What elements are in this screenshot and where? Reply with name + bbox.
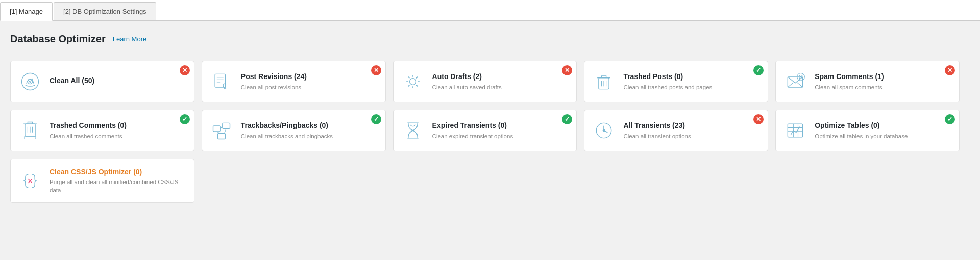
svg-point-1 [28,79,32,84]
card-auto-drafts-title: Auto Drafts (2) [432,72,570,81]
svg-line-14 [797,83,803,87]
card-auto-drafts-desc: Clean all auto saved drafts [432,83,570,91]
clean-all-icon [18,69,42,94]
card-expired-transients[interactable]: Expired Transients (0) Clean expired tra… [393,110,577,151]
card-all-transients-body: All Transients (23) Clean all transient … [623,121,761,140]
card-post-revisions-body: Post Revisions (24) Clean all post revis… [241,72,378,91]
card-expired-transients-title: Expired Transients (0) [432,121,570,130]
optimize-tables-icon [783,118,807,143]
empty-placeholder-3 [584,159,768,203]
card-trashed-comments-body: Trashed Comments (0) Clean all trashed c… [50,121,187,140]
card-spam-comments-title: Spam Comments (1) [815,72,952,81]
svg-rect-27 [217,134,225,139]
card-trashed-comments-desc: Clean all trashed comments [50,132,187,140]
card-trackbacks-body: Trackbacks/Pingbacks (0) Clean all track… [241,121,378,140]
card-expired-transients-status: ✓ [562,114,572,124]
empty-placeholder-1 [202,159,386,203]
card-trashed-posts-title: Trashed Posts (0) [623,72,761,81]
auto-drafts-icon [401,69,425,94]
empty-placeholder-2 [393,159,577,203]
card-post-revisions-status: ✕ [371,65,381,75]
card-trashed-posts-status: ✓ [753,65,764,75]
card-clean-all-body: Clean All (50) [50,76,187,87]
svg-line-13 [788,83,794,87]
card-spam-comments-body: Spam Comments (1) Clean all spam comment… [815,72,952,91]
card-optimize-tables-title: Optimize Tables (0) [815,121,952,130]
card-optimize-tables[interactable]: Optimize Tables (0) Optimize all tables … [775,110,960,151]
card-post-revisions-title: Post Revisions (24) [241,72,378,81]
tab-db-settings[interactable]: [2] DB Optimization Settings [54,2,156,20]
row-3: Clean CSS/JS Optimizer (0) Purge all and… [10,159,960,203]
card-trackbacks-status: ✓ [371,114,381,124]
main-content: Database Optimizer Learn More Clean All … [0,21,970,222]
page-title: Database Optimizer [10,33,106,45]
card-clean-all-title: Clean All (50) [50,76,187,85]
empty-placeholder-4 [775,159,960,203]
card-trackbacks-title: Trackbacks/Pingbacks (0) [241,121,378,130]
card-trashed-posts-desc: Clean all trashed posts and pages [623,83,761,91]
row-1: Clean All (50) ✕ Post Revisi [10,61,960,102]
page-header: Database Optimizer Learn More [10,33,960,50]
clean-css-js-icon [18,169,42,193]
card-all-transients-title: All Transients (23) [623,121,761,130]
svg-point-0 [22,73,39,90]
card-trashed-comments-title: Trashed Comments (0) [50,121,187,130]
tab-manage[interactable]: [1] Manage [0,2,53,21]
card-spam-comments[interactable]: Spam Comments (1) Clean all spam comment… [775,61,960,102]
svg-rect-2 [215,74,225,87]
card-trashed-comments-status: ✓ [180,114,190,124]
svg-point-6 [409,79,416,85]
card-spam-comments-desc: Clean all spam comments [815,83,952,91]
card-post-revisions-desc: Clean all post revisions [241,83,378,91]
svg-rect-36 [788,124,803,137]
trackbacks-icon [209,118,234,143]
card-trackbacks-desc: Clean all trackbacks and pingbacks [241,132,378,140]
trashed-comments-icon [18,118,42,143]
card-all-transients-status: ✕ [753,114,764,124]
row-2: Trashed Comments (0) Clean all trashed c… [10,110,960,151]
spam-comments-icon [783,69,807,94]
card-clean-css-js-title: Clean CSS/JS Optimizer (0) [50,167,187,176]
tabs-bar: [1] Manage [2] DB Optimization Settings [0,0,980,21]
card-post-revisions[interactable]: Post Revisions (24) Clean all post revis… [202,61,386,102]
card-optimize-tables-body: Optimize Tables (0) Optimize all tables … [815,121,952,140]
card-trashed-posts[interactable]: Trashed Posts (0) Clean all trashed post… [584,61,768,102]
card-optimize-tables-status: ✓ [945,114,955,124]
card-optimize-tables-desc: Optimize all tables in your database [815,132,952,140]
card-auto-drafts[interactable]: Auto Drafts (2) Clean all auto saved dra… [393,61,577,102]
card-trackbacks[interactable]: Trackbacks/Pingbacks (0) Clean all track… [202,110,386,151]
svg-rect-25 [223,123,230,128]
all-transients-icon [592,118,616,143]
card-clean-all[interactable]: Clean All (50) ✕ [10,61,194,102]
svg-rect-23 [24,136,36,139]
card-all-transients[interactable]: All Transients (23) Clean all transient … [584,110,768,151]
card-clean-css-js[interactable]: Clean CSS/JS Optimizer (0) Purge all and… [10,159,194,203]
card-all-transients-desc: Clean all transient options [623,132,761,140]
trashed-posts-icon [592,69,616,94]
card-trashed-comments[interactable]: Trashed Comments (0) Clean all trashed c… [10,110,194,151]
card-auto-drafts-status: ✕ [562,65,572,75]
card-expired-transients-body: Expired Transients (0) Clean expired tra… [432,121,570,140]
card-clean-all-status: ✕ [180,65,190,75]
post-revisions-icon [209,69,234,94]
svg-point-35 [603,129,605,132]
svg-line-29 [224,128,226,133]
card-clean-css-js-body: Clean CSS/JS Optimizer (0) Purge all and… [50,167,187,194]
svg-rect-24 [213,126,220,132]
card-trashed-posts-body: Trashed Posts (0) Clean all trashed post… [623,72,761,91]
expired-transients-icon [401,118,425,143]
card-spam-comments-status: ✕ [945,65,955,75]
card-expired-transients-desc: Clean expired transient options [432,132,570,140]
card-auto-drafts-body: Auto Drafts (2) Clean all auto saved dra… [432,72,570,91]
card-clean-css-js-desc: Purge all and clean all minified/combine… [50,178,187,194]
learn-more-link[interactable]: Learn More [113,35,146,43]
